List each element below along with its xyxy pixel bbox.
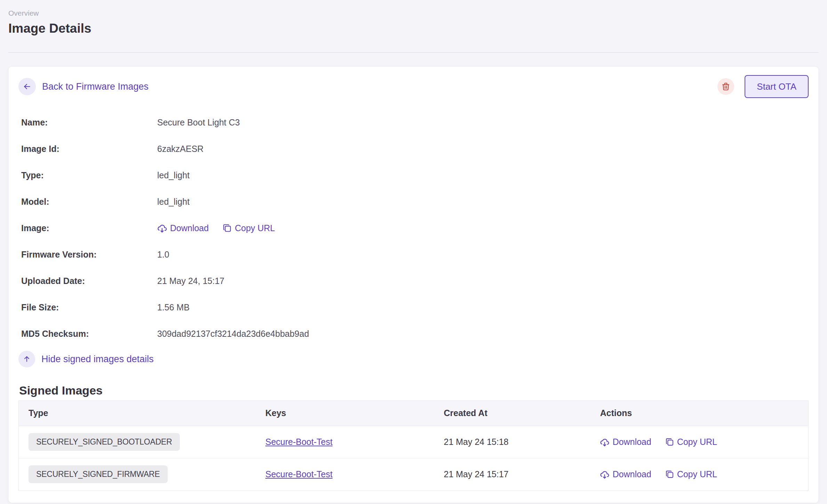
detail-label: File Size: <box>21 302 157 312</box>
card-toolbar: Back to Firmware Images Start OTA <box>18 75 809 98</box>
detail-value: Secure Boot Light C3 <box>157 117 240 128</box>
hide-signed-images-label: Hide signed images details <box>41 354 154 365</box>
column-header-actions: Actions <box>590 401 808 426</box>
detail-value: 21 May 24, 15:17 <box>157 276 224 286</box>
created-at-value: 21 May 24 15:18 <box>444 437 508 447</box>
page: Overview Image Details Back to Firmware … <box>0 0 827 503</box>
start-ota-button[interactable]: Start OTA <box>745 75 809 98</box>
detail-row-file-size: File Size: 1.56 MB <box>18 294 809 320</box>
key-link[interactable]: Secure-Boot-Test <box>265 469 332 479</box>
download-signed-image-label: Download <box>612 469 651 479</box>
detail-label: Model: <box>21 197 157 207</box>
copy-icon <box>223 223 232 233</box>
signed-images-table: Type Keys Created At Actions SECURELY_SI… <box>18 400 809 491</box>
column-header-keys: Keys <box>256 401 434 426</box>
detail-row-md5-checksum: MD5 Checksum: 309dad92137cf3214da23d6e4b… <box>18 320 809 347</box>
copy-signed-image-url-label: Copy URL <box>677 469 717 479</box>
arrow-left-icon <box>18 78 36 95</box>
detail-label: Type: <box>21 170 157 180</box>
row-actions: Download Copy URL <box>600 437 805 447</box>
download-signed-image-link[interactable]: Download <box>600 437 651 447</box>
trash-icon <box>721 82 730 91</box>
detail-row-firmware-version: Firmware Version: 1.0 <box>18 241 809 268</box>
column-header-type: Type <box>19 401 256 426</box>
detail-row-uploaded-date: Uploaded Date: 21 May 24, 15:17 <box>18 268 809 294</box>
row-actions: Download Copy URL <box>600 469 805 479</box>
copy-signed-image-url-link[interactable]: Copy URL <box>665 437 717 447</box>
detail-value: 309dad92137cf3214da23d6e4bbab9ad <box>157 329 309 339</box>
cloud-download-icon <box>157 223 167 233</box>
hide-signed-images-toggle[interactable]: Hide signed images details <box>18 351 154 367</box>
download-image-label: Download <box>170 223 209 233</box>
back-to-firmware-images-link[interactable]: Back to Firmware Images <box>18 78 148 95</box>
top-actions: Start OTA <box>717 75 809 98</box>
detail-row-type: Type: led_light <box>18 162 809 188</box>
copy-icon <box>665 470 674 479</box>
detail-label: Image Id: <box>21 144 157 154</box>
table-row: SECURELY_SIGNED_FIRMWARE Secure-Boot-Tes… <box>19 458 808 490</box>
download-signed-image-link[interactable]: Download <box>600 469 651 479</box>
detail-value: 6zakzAESR <box>157 144 203 154</box>
copy-image-url-link[interactable]: Copy URL <box>223 223 275 233</box>
detail-label: Image: <box>21 223 157 233</box>
download-image-link[interactable]: Download <box>157 223 209 233</box>
image-details-card: Back to Firmware Images Start OTA Name: … <box>8 66 819 503</box>
detail-value: 1.56 MB <box>157 302 190 312</box>
detail-value: 1.0 <box>157 250 169 260</box>
created-at-value: 21 May 24 15:17 <box>444 469 508 479</box>
cloud-download-icon <box>600 470 609 479</box>
detail-label: MD5 Checksum: <box>21 329 157 339</box>
signed-type-badge: SECURELY_SIGNED_BOOTLOADER <box>29 433 180 451</box>
detail-label: Name: <box>21 117 157 128</box>
page-title: Image Details <box>8 21 819 36</box>
key-link[interactable]: Secure-Boot-Test <box>265 437 332 447</box>
breadcrumb: Overview <box>8 9 819 17</box>
detail-label: Uploaded Date: <box>21 276 157 286</box>
signed-images-heading: Signed Images <box>19 383 809 397</box>
download-signed-image-label: Download <box>612 437 651 447</box>
image-links: Download Copy URL <box>157 223 275 233</box>
back-link-label: Back to Firmware Images <box>42 81 148 92</box>
copy-signed-image-url-label: Copy URL <box>677 437 717 447</box>
details-list: Name: Secure Boot Light C3 Image Id: 6za… <box>18 109 809 347</box>
table-header-row: Type Keys Created At Actions <box>19 401 808 426</box>
arrow-up-icon <box>18 351 35 367</box>
signed-type-badge: SECURELY_SIGNED_FIRMWARE <box>29 465 168 483</box>
detail-row-name: Name: Secure Boot Light C3 <box>18 109 809 136</box>
detail-row-image: Image: Download Copy URL <box>18 215 809 241</box>
cloud-download-icon <box>600 437 609 447</box>
detail-value: led_light <box>157 170 190 180</box>
copy-image-url-label: Copy URL <box>235 223 275 233</box>
detail-row-image-id: Image Id: 6zakzAESR <box>18 136 809 162</box>
column-header-created-at: Created At <box>434 401 590 426</box>
table-row: SECURELY_SIGNED_BOOTLOADER Secure-Boot-T… <box>19 426 808 458</box>
copy-signed-image-url-link[interactable]: Copy URL <box>665 469 717 479</box>
header-divider <box>8 52 819 53</box>
copy-icon <box>665 438 674 446</box>
detail-row-model: Model: led_light <box>18 188 809 215</box>
delete-image-button[interactable] <box>717 78 734 95</box>
detail-value: led_light <box>157 197 190 207</box>
detail-label: Firmware Version: <box>21 250 157 260</box>
